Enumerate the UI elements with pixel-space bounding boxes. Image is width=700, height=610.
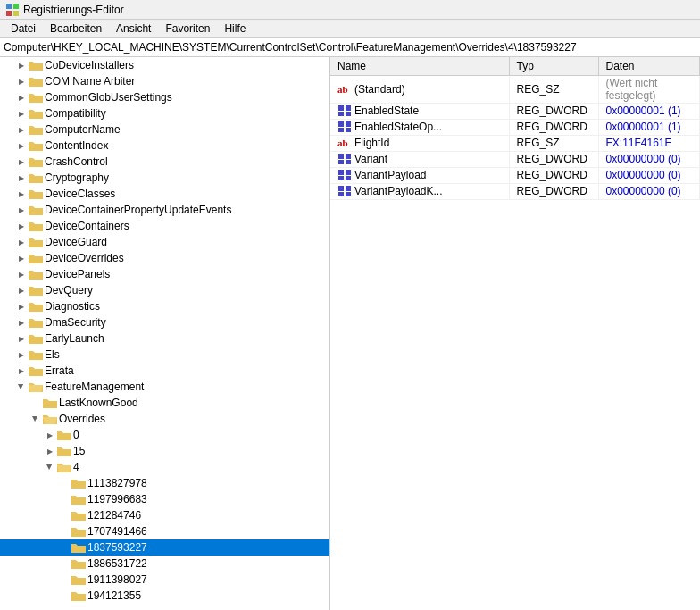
menu-datei[interactable]: Datei [4,21,43,37]
tree-label-Compatibility: Compatibility [45,107,106,120]
folder-icon-Overrides [43,412,57,426]
menu-hilfe[interactable]: Hilfe [217,21,253,37]
tree-item-CoDeviceInstallers[interactable]: ▶ CoDeviceInstallers [0,57,329,73]
tree-item-DeviceClasses[interactable]: ▶ DeviceClasses [0,186,329,202]
tree-item-CommonGlobUserSettings[interactable]: ▶ CommonGlobUserSettings [0,89,329,105]
tree-arrow-four[interactable]: ▶ [43,460,57,474]
tree-arrow-Cryptography[interactable]: ▶ [14,171,29,185]
tree-item-COMNameArbiter[interactable]: ▶ COM Name Arbiter [0,73,329,89]
value-data-6: 0x00000000 (0) [598,183,700,199]
tree-label-DeviceContainers: DeviceContainers [45,220,129,232]
tree-arrow-Compatibility[interactable]: ▶ [14,106,29,121]
value-row-1[interactable]: EnabledStateREG_DWORD0x00000001 (1) [330,103,700,119]
tree-item-n1707491466[interactable]: ▶ 1707491466 [0,523,329,539]
tree-arrow-DevicePanels[interactable]: ▶ [14,267,29,281]
tree-item-Els[interactable]: ▶ Els [0,347,329,363]
tree-item-ComputerName[interactable]: ▶ ComputerName [0,121,329,138]
tree-arrow-fifteen[interactable]: ▶ [43,444,57,458]
tree-arrow-Overrides[interactable]: ▶ [29,412,43,426]
values-panel[interactable]: Name Typ Daten ab (Standard)REG_SZ(Wert … [330,57,700,610]
tree-arrow-DeviceGuard[interactable]: ▶ [14,235,29,249]
tree-item-CrashControl[interactable]: ▶ CrashControl [0,154,329,170]
tree-item-Errata[interactable]: ▶ Errata [0,363,329,379]
value-row-3[interactable]: ab FlightIdREG_SZFX:11F4161E [330,135,700,151]
folder-icon-DevQuery [29,283,43,297]
tree-item-DeviceContainers[interactable]: ▶ DeviceContainers [0,218,329,234]
tree-arrow-DeviceOverrides[interactable]: ▶ [14,251,29,265]
value-name-1: EnabledState [330,103,509,119]
tree-item-Cryptography[interactable]: ▶ Cryptography [0,170,329,186]
folder-icon-n1837593227 [71,540,86,555]
tree-item-fifteen[interactable]: ▶ 15 [0,443,329,459]
tree-item-DeviceGuard[interactable]: ▶ DeviceGuard [0,234,329,250]
tree-item-DevicePanels[interactable]: ▶ DevicePanels [0,266,329,282]
tree-arrow-DevQuery[interactable]: ▶ [14,283,29,297]
tree-arrow-zero[interactable]: ▶ [43,428,57,442]
value-row-0[interactable]: ab (Standard)REG_SZ(Wert nicht festgeleg… [330,75,700,103]
tree-label-n1886531722: 1886531722 [88,557,147,570]
tree-item-n1886531722[interactable]: ▶ 1886531722 [0,556,329,572]
tree-item-DeviceOverrides[interactable]: ▶ DeviceOverrides [0,250,329,266]
value-type-0: REG_SZ [509,75,598,103]
tree-item-Compatibility[interactable]: ▶ Compatibility [0,105,329,121]
svg-rect-19 [346,170,351,175]
value-icon-6 [338,185,352,197]
svg-rect-8 [346,112,351,116]
tree-arrow-Els[interactable]: ▶ [14,347,29,362]
tree-item-DmaSecurity[interactable]: ▶ DmaSecurity [0,314,329,330]
tree-item-LastKnownGood[interactable]: ▶ LastKnownGood [0,395,329,411]
tree-arrow-CommonGlobUserSettings[interactable]: ▶ [14,90,29,104]
value-data-3: FX:11F4161E [598,135,700,151]
tree-arrow-DeviceClasses[interactable]: ▶ [14,187,29,201]
tree-item-n1197996683[interactable]: ▶ 1197996683 [0,491,329,507]
tree-arrow-DeviceContainers[interactable]: ▶ [14,219,29,233]
tree-arrow-CoDeviceInstallers[interactable]: ▶ [14,58,29,72]
value-row-5[interactable]: VariantPayloadREG_DWORD0x00000000 (0) [330,167,700,183]
folder-icon-n1886531722 [71,556,86,571]
tree-arrow-ContentIndex[interactable]: ▶ [14,138,29,153]
value-row-2[interactable]: EnabledStateOp...REG_DWORD0x00000001 (1) [330,119,700,135]
tree-item-Diagnostics[interactable]: ▶ Diagnostics [0,298,329,314]
tree-item-n1837593227[interactable]: ▶ 1837593227 [0,539,329,556]
tree-arrow-FeatureManagement[interactable]: ▶ [14,380,29,394]
svg-rect-15 [346,154,351,159]
tree-item-n194121355[interactable]: ▶ 194121355 [0,588,329,604]
tree-arrow-Errata[interactable]: ▶ [14,363,29,378]
menu-bearbeiten[interactable]: Bearbeiten [43,21,109,37]
tree-arrow-DeviceContainerPropertyUpdateEvents[interactable]: ▶ [14,203,29,217]
svg-rect-12 [346,128,351,132]
tree-arrow-EarlyLaunch[interactable]: ▶ [14,331,29,346]
tree-item-n1911398027[interactable]: ▶ 1911398027 [0,572,329,588]
folder-icon-CommonGlobUserSettings [29,90,43,104]
tree-item-zero[interactable]: ▶ 0 [0,427,329,443]
tree-item-DevQuery[interactable]: ▶ DevQuery [0,282,329,298]
folder-icon-n1113827978 [71,476,86,490]
tree-item-n121284746[interactable]: ▶ 121284746 [0,507,329,523]
value-row-4[interactable]: VariantREG_DWORD0x00000000 (0) [330,151,700,167]
tree-item-DeviceContainerPropertyUpdateEvents[interactable]: ▶ DeviceContainerPropertyUpdateEvents [0,202,329,218]
tree-arrow-COMNameArbiter[interactable]: ▶ [14,74,29,88]
tree-item-FeatureManagement[interactable]: ▶ FeatureManagement [0,379,329,395]
tree-item-ContentIndex[interactable]: ▶ ContentIndex [0,138,329,154]
tree-arrow-CrashControl[interactable]: ▶ [14,155,29,169]
tree-panel[interactable]: ▶ CoDeviceInstallers▶ COM Name Arbiter▶ … [0,57,330,610]
tree-item-n1113827978[interactable]: ▶ 1113827978 [0,475,329,491]
folder-icon-Errata [29,363,43,378]
tree-label-ContentIndex: ContentIndex [45,139,108,152]
menu-bar: Datei Bearbeiten Ansicht Favoriten Hilfe [0,20,700,38]
svg-rect-3 [13,11,19,16]
value-data-4: 0x00000000 (0) [598,151,700,167]
value-row-6[interactable]: VariantPayloadK...REG_DWORD0x00000000 (0… [330,183,700,199]
svg-rect-6 [346,105,351,111]
menu-favoriten[interactable]: Favoriten [158,21,217,37]
tree-item-Overrides[interactable]: ▶ Overrides [0,411,329,427]
tree-arrow-Diagnostics[interactable]: ▶ [14,299,29,313]
tree-item-EarlyLaunch[interactable]: ▶ EarlyLaunch [0,330,329,347]
tree-arrow-DmaSecurity[interactable]: ▶ [14,315,29,330]
tree-item-four[interactable]: ▶ 4 [0,459,329,475]
tree-arrow-ComputerName[interactable]: ▶ [14,122,29,137]
menu-ansicht[interactable]: Ansicht [109,21,158,37]
col-typ: Typ [509,57,598,75]
folder-icon-CoDeviceInstallers [29,58,43,72]
tree-label-n1113827978: 1113827978 [88,477,147,489]
